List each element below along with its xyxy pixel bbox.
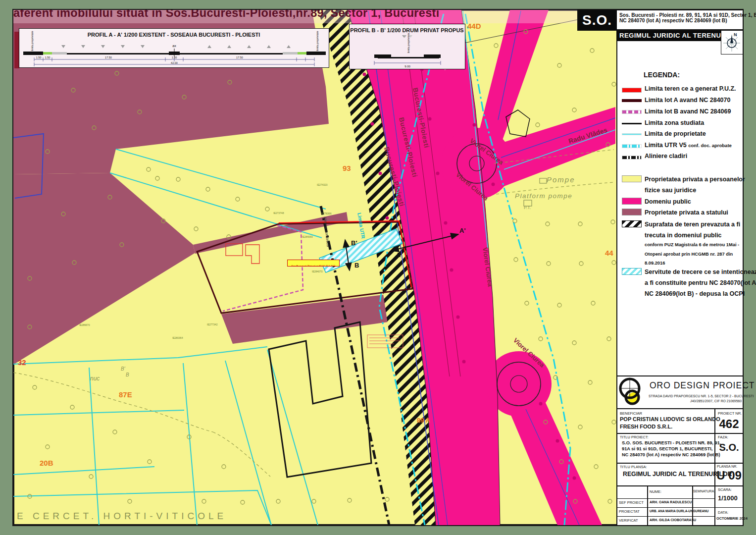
row-name: URB. ANA MARIA DURLA-UNGUREANU [650,509,708,513]
cadastral-id: IE284070 [312,270,323,273]
section-label: B [354,262,359,269]
legend-area-note: 8.09.2016 [645,261,665,266]
phase-box-text: S.O. [582,12,612,28]
survey-text: Pompe [547,175,575,184]
data-label: DATA: [718,510,728,515]
titlu-proiect-label: TITLU PROIECT: [620,435,649,439]
legend-item: Limita UTR V5 conf. doc. aprobate [645,142,732,149]
cadastral-id: IE274320 [317,183,328,186]
top-title-text: aferent imobilului situat in Sos.Bucures… [13,10,577,20]
cadastral-id: IE277342 [207,323,218,326]
profile-b-box: PROFIL B - B' 1/200 DRUM PRIVAT PROPUS 9… [349,24,465,69]
parcel-number: 20B [40,459,53,467]
legend-area-item: Servitute de trecere ce se intentioneaza [645,268,756,275]
legend-area-item: Domeniu public [645,198,691,205]
profile-b-title: PROFIL B - B' 1/200 DRUM PRIVAT PROPUS [350,27,463,33]
dim: 1.50 [45,56,50,59]
row-name: ARH. GILDA CIOBOTARASU [650,518,696,522]
titlu-proiect-line2: 91A si 91 si 91D, SECTOR 1, BUCURESTI, [622,446,712,451]
address-box: Sos. Bucuresti - Ploiesti nr. 89, 91, 91… [617,10,743,30]
legend-area-item: fizice sau juridice [645,187,696,194]
address-line2: NC 284070 (lot A) respectiv NC 284069 (l… [619,18,740,23]
cadastral-id: IE278366 [321,212,332,215]
cadastral-id: IE273748 [273,212,284,214]
company-address: STRADA DAVID PRAPORGESCU NR. 1-5, SECTOR… [649,394,742,398]
legend-swatch-privata [622,175,642,182]
survey-text: Platform pompe [515,192,572,200]
titlu-proiect-line1: S.O. SOS. BUCURESTI - PLOIESTI NR. 89, 9… [622,440,721,445]
faza: S.O. [714,442,744,453]
dim-total: 42.00 [171,61,178,64]
legend-swatch-suprafata [622,220,642,227]
beneficiar-label: BENEFICIAR [620,411,642,416]
edge-label: limita proprietate [316,31,319,51]
proiect-nr-label: PROIECT NR. [718,411,742,416]
row-role: SEF PROIECT [619,500,644,505]
compass-letter: N [734,32,737,37]
row-name: ARH. OANA RADULESCU [650,500,692,504]
legend-swatch-aliniere [622,156,642,160]
dim: 17.50 [236,56,243,59]
legend-area-item: a fi constituite pentru NC 284070(lot A)… [645,279,756,286]
plansa-nr-label: PLANSA NR. [717,465,737,468]
legend-item: Limita lot B avand NC 284069 [645,108,731,115]
parcel-number: 89 A [417,417,431,424]
legend-item-suffix: conf. doc. aprobate [688,143,732,148]
parcel-number: 87E [119,390,132,399]
legend-swatch-lot-a [622,99,642,102]
survey-text: P.T. [524,205,531,210]
legend-swatch-puz [622,88,642,93]
company-name: ORO DESIGN PROIECT [650,380,755,391]
parcel-number: 93 [343,164,351,172]
titlu-plansa-label: TITLU PLANSA: [620,465,647,469]
parcel-number: 44 [605,249,613,257]
beneficiar-line1: POP CRISTIAN LUDOVIC SI ORLANDO [620,416,720,422]
section-label: A [396,251,401,259]
legend-item: Aliniere cladiri [645,153,687,160]
cadastral-id: IE280364 [172,336,183,339]
legend-area-item: Proprietatea privata a persoanelor [645,176,745,183]
company-reg: J40/2851/2007, CIF RO 21069560 [649,399,742,403]
lot-address-text: Sos.Bucuresti-Ploiesti nr.89,91,91A,91D [292,265,336,267]
nume-label: NUME: [650,489,661,494]
legend-item-label: Limita UTR V5 [645,142,687,149]
axis-label: ax [172,44,176,48]
profile-a-box: PROFIL A - A' 1/200 EXISTENT - SOSEAUA B… [19,28,329,68]
parcel-number: 32 [18,358,26,367]
dim: 1.50 [36,56,42,59]
legend-swatch-utr [622,144,642,148]
cadastral-id: IE286670 [79,323,90,326]
compass-box: N [721,30,743,54]
survey-text: nuc [90,375,100,382]
profile-a-title: PROFIL A - A' 1/200 EXISTENT - SOSEAUA B… [88,32,260,38]
legend-swatch-servitute [622,268,642,275]
section-label: A' [459,227,465,234]
legend-area-item: NC 284069(lot B) - depusa la OCPI [645,290,745,297]
legend-item: Limita de proprietate [645,130,706,137]
legend-area-note: Otopeni aprobat prin HCGMB nr. 287 din [645,252,733,257]
legend-swatch-public [622,198,642,205]
company-logo [619,377,647,407]
titlu-proiect-line3: NC 284070 (lot A) respectiv NC 284069 (l… [622,452,720,457]
legend-area-item: Proprietate privata a statului [645,209,728,216]
edge-label: limita proprietate [31,31,34,51]
legend-swatch-lot-b [622,110,642,114]
legend-swatch-zona [622,123,642,124]
faza-label: FAZA: [718,435,728,439]
scara-label: SCARA: [718,487,732,492]
phase-box: S.O. [577,10,617,31]
legend-swatch-proprietate [622,133,642,135]
row-role: VERIFICAT [619,518,638,523]
plan-title-bar: REGIMUL JURIDIC AL TERENURILOR [617,30,721,41]
legend-item: Limita zona studiata [645,119,704,126]
legend-title: LEGENDA: [644,71,680,79]
top-title-strip: aferent imobilului situat in Sos.Bucures… [13,10,577,23]
survey-text: B [126,372,129,377]
dim: 9.00 [404,65,410,68]
legend-item: Limita lot A avand NC 284070 [645,97,730,104]
section-label: B' [351,239,357,247]
survey-text: E CERCET. HORTI-VITICOLE [17,511,227,521]
semnatura-label: SEMNATURA: [693,489,715,493]
legend-swatch-stat [622,209,642,215]
lot-address-tag: Sos.Bucuresti-Ploiesti nr.89,91,91A,91D [287,260,340,267]
